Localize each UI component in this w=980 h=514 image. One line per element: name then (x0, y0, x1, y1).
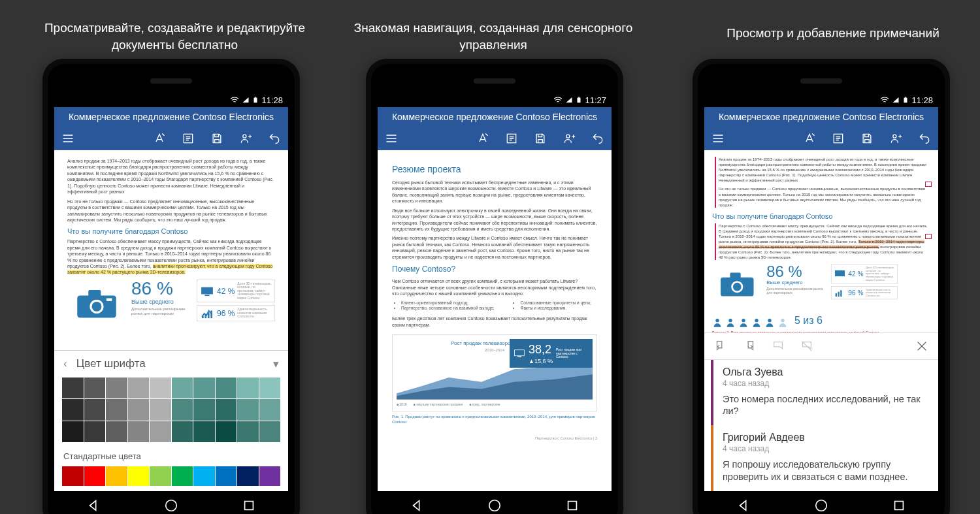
reflow-icon[interactable] (181, 131, 195, 146)
panel-header[interactable]: ‹ Цвет шрифта ▾ (54, 351, 288, 377)
format-text-icon[interactable] (152, 131, 167, 146)
doc-title-bar: Коммерческое предложение Contoso Electro… (378, 107, 612, 127)
phone-1: 11:28 Коммерческое предложение Contoso E… (42, 59, 300, 514)
color-swatch[interactable] (216, 377, 237, 399)
standard-colors-label: Стандартные цвета (54, 442, 288, 466)
color-swatch[interactable] (172, 466, 193, 486)
color-swatch[interactable] (84, 399, 106, 421)
nav-back-icon[interactable] (736, 498, 751, 513)
chevron-down-icon[interactable]: ▾ (273, 357, 279, 371)
color-swatch[interactable] (259, 377, 281, 399)
color-swatch[interactable] (216, 399, 237, 421)
nav-home-icon[interactable] (487, 498, 502, 513)
comment-2[interactable]: Григорий Авдеев 4 часа назад Я попрошу и… (711, 425, 938, 491)
reflow-icon[interactable] (831, 131, 845, 146)
color-swatch[interactable] (128, 466, 150, 486)
color-swatch[interactable] (193, 399, 215, 421)
nav-recent-icon[interactable] (565, 498, 580, 513)
undo-icon[interactable] (591, 131, 605, 146)
status-time: 11:28 (911, 95, 933, 105)
back-arrow-icon[interactable]: ‹ (63, 357, 67, 370)
format-text-icon[interactable] (476, 131, 490, 146)
save-icon[interactable] (533, 131, 547, 146)
undo-icon[interactable] (267, 131, 282, 146)
color-swatch[interactable] (216, 466, 237, 486)
reflow-icon[interactable] (504, 131, 519, 146)
nav-recent-icon[interactable] (242, 498, 256, 513)
color-swatch[interactable] (259, 466, 281, 486)
color-swatch[interactable] (128, 421, 150, 443)
document-page[interactable]: Анализ продаж за 1974–2013 годы отобража… (704, 150, 938, 332)
new-comment-icon[interactable] (771, 339, 785, 353)
color-swatch[interactable] (259, 421, 281, 443)
nav-home-icon[interactable] (814, 498, 828, 513)
format-text-icon[interactable] (802, 131, 817, 146)
color-swatch[interactable] (106, 377, 127, 399)
color-swatch[interactable] (216, 421, 237, 443)
color-swatch[interactable] (259, 399, 281, 421)
svg-rect-21 (515, 350, 525, 356)
svg-rect-10 (204, 295, 209, 296)
prev-comment-icon[interactable] (713, 339, 728, 353)
color-swatch[interactable] (150, 377, 171, 399)
color-swatch[interactable] (237, 377, 259, 399)
document-page[interactable]: Анализ продаж за 1974–2013 годы отобража… (54, 150, 288, 350)
color-swatch[interactable] (62, 399, 84, 421)
nav-back-icon[interactable] (410, 498, 424, 513)
comment-1[interactable]: Ольга Зуева 4 часа назад Это номера посл… (711, 360, 938, 426)
menu-icon[interactable] (711, 131, 725, 146)
stat-86: 86 % (131, 280, 191, 298)
menu-icon[interactable] (384, 131, 399, 146)
color-swatch[interactable] (237, 399, 259, 421)
color-swatch[interactable] (84, 421, 106, 443)
color-swatch[interactable] (62, 421, 84, 443)
menu-icon[interactable] (61, 131, 75, 146)
svg-rect-9 (201, 287, 213, 294)
revision-mark[interactable] (925, 182, 932, 187)
svg-rect-45 (895, 502, 904, 510)
color-swatch[interactable] (106, 466, 127, 486)
toolbar (378, 127, 612, 150)
camera-icon (67, 280, 126, 325)
nav-recent-icon[interactable] (892, 498, 906, 513)
color-swatch[interactable] (62, 377, 84, 399)
document-page[interactable]: Резюме проекта Сегодня рынок бытовой тех… (378, 150, 612, 491)
save-icon[interactable] (860, 131, 874, 146)
svg-rect-11 (202, 315, 204, 318)
color-swatch[interactable] (193, 377, 215, 399)
color-swatch[interactable] (237, 421, 259, 443)
next-comment-icon[interactable] (742, 339, 757, 353)
color-swatch[interactable] (106, 399, 127, 421)
delete-comment-icon[interactable] (800, 339, 814, 353)
color-swatch[interactable] (150, 466, 171, 486)
undo-icon[interactable] (917, 131, 932, 146)
color-swatch[interactable] (172, 421, 193, 443)
color-swatch[interactable] (193, 466, 215, 486)
color-swatch[interactable] (172, 399, 193, 421)
color-swatch[interactable] (172, 377, 193, 399)
color-swatch[interactable] (128, 377, 150, 399)
color-swatch[interactable] (62, 466, 84, 486)
svg-rect-22 (517, 357, 521, 358)
color-swatch[interactable] (84, 466, 106, 486)
color-swatch[interactable] (150, 399, 171, 421)
nav-back-icon[interactable] (86, 498, 101, 513)
color-swatch[interactable] (193, 421, 215, 443)
color-swatch[interactable] (84, 377, 106, 399)
share-person-icon[interactable] (889, 131, 903, 146)
color-swatch[interactable] (237, 466, 259, 486)
close-icon[interactable] (915, 339, 929, 353)
doc-heading: Что вы получите благодаря Contoso (712, 212, 930, 221)
color-swatch[interactable] (150, 421, 171, 443)
comment-toolbar (704, 332, 938, 360)
infographic: 86 % Выше среднего Дополнительное расшир… (67, 280, 275, 325)
color-swatch[interactable] (106, 421, 127, 443)
doc-para: Но это не только продажи — Contoso предл… (67, 199, 275, 223)
share-person-icon[interactable] (238, 131, 253, 146)
revision-mark[interactable] (925, 234, 932, 239)
color-swatch[interactable] (128, 399, 150, 421)
share-person-icon[interactable] (562, 131, 576, 146)
svg-point-39 (728, 319, 732, 322)
nav-home-icon[interactable] (164, 498, 178, 513)
save-icon[interactable] (210, 131, 224, 146)
